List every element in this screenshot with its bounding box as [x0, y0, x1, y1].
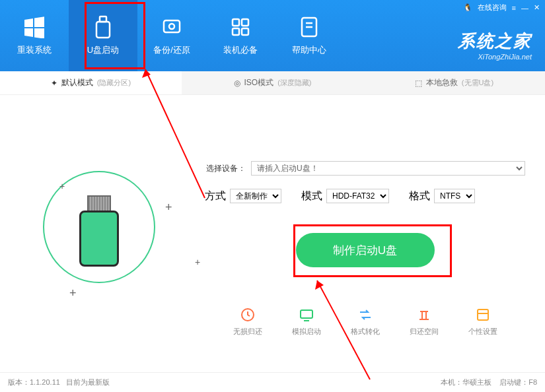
- logo-text: 系统之家: [458, 30, 532, 53]
- svg-rect-5: [242, 19, 248, 26]
- tab-hint: (隐藏分区): [97, 78, 131, 88]
- svg-rect-14: [478, 310, 488, 320]
- tab-hint: (无需U盘): [462, 78, 493, 88]
- device-select[interactable]: 请插入启动U盘！: [251, 161, 525, 176]
- tool-label: 无损归还: [233, 327, 262, 337]
- svg-rect-12: [301, 310, 312, 318]
- convert-icon: [357, 307, 373, 323]
- consult-link[interactable]: 在线咨询: [478, 3, 507, 13]
- method-label: 方式: [205, 189, 226, 203]
- nav-essentials[interactable]: 装机必备: [206, 0, 275, 71]
- windows-icon: [22, 15, 46, 39]
- help-icon: [297, 15, 321, 39]
- svg-rect-2: [164, 20, 180, 32]
- mode-select[interactable]: HDD-FAT32: [326, 189, 389, 203]
- nav-usb-boot[interactable]: U盘启动: [69, 0, 137, 71]
- logo-url: XiTongZhiJia.net: [458, 53, 532, 61]
- tool-reclaim[interactable]: 归还空间: [410, 307, 439, 337]
- nav-reinstall[interactable]: 重装系统: [0, 0, 69, 71]
- usb-small-icon: ✦: [51, 79, 57, 88]
- tool-label: 个性设置: [468, 327, 497, 337]
- tool-label: 格式转化: [351, 327, 380, 337]
- reclaim-icon: [416, 307, 432, 323]
- svg-rect-1: [96, 22, 110, 38]
- device-label: 选择设备：: [205, 163, 251, 174]
- tab-label: ISO模式: [244, 77, 274, 88]
- nav-label: 备份/还原: [153, 44, 190, 56]
- version-info: 版本：1.1.20.11 目前为最新版: [8, 377, 110, 387]
- customize-icon: [475, 307, 491, 323]
- usb-illustration: ++++: [33, 161, 165, 293]
- apps-icon: [229, 15, 252, 39]
- svg-rect-7: [242, 28, 248, 35]
- tool-customize[interactable]: 个性设置: [468, 307, 497, 337]
- usb-icon: [91, 15, 115, 39]
- svg-point-3: [169, 24, 174, 29]
- brand-logo: 系统之家 XiTongZhiJia.net: [458, 30, 532, 61]
- tool-label: 模拟启动: [292, 327, 321, 337]
- tab-label: 本地急救: [426, 77, 458, 88]
- svg-rect-4: [233, 19, 239, 26]
- nav-label: U盘启动: [87, 44, 119, 56]
- minimize-icon[interactable]: —: [521, 4, 528, 12]
- machine-info: 本机：华硕主板 启动键：F8: [441, 377, 537, 387]
- close-icon[interactable]: ✕: [534, 3, 540, 12]
- rescue-icon: ⬚: [415, 79, 422, 88]
- svg-rect-6: [233, 28, 239, 35]
- nav-label: 重装系统: [17, 44, 52, 56]
- method-select[interactable]: 全新制作: [230, 189, 281, 203]
- tool-restore[interactable]: 无损归还: [233, 307, 262, 337]
- restore-icon: [240, 307, 256, 323]
- tool-simulate[interactable]: 模拟启动: [292, 307, 321, 337]
- tool-label: 归还空间: [410, 327, 439, 337]
- nav-label: 装机必备: [223, 44, 258, 56]
- nav-label: 帮助中心: [292, 44, 326, 56]
- nav-help[interactable]: 帮助中心: [275, 0, 344, 71]
- menu-icon[interactable]: ≡: [512, 4, 516, 12]
- format-select[interactable]: NTFS: [434, 189, 475, 203]
- simulate-icon: [299, 307, 314, 323]
- nav-backup[interactable]: 备份/还原: [137, 0, 206, 71]
- create-usb-button[interactable]: 制作启动U盘: [296, 233, 435, 267]
- iso-icon: ◎: [234, 79, 240, 88]
- penguin-icon: 🐧: [463, 3, 472, 12]
- tab-iso-mode[interactable]: ◎ ISO模式 (深度隐藏): [182, 71, 363, 94]
- tab-local-rescue[interactable]: ⬚ 本地急救 (无需U盘): [363, 71, 545, 94]
- backup-icon: [160, 15, 184, 39]
- tab-hint: (深度隐藏): [277, 78, 311, 88]
- tab-default-mode[interactable]: ✦ 默认模式 (隐藏分区): [0, 71, 182, 94]
- format-label: 格式: [409, 189, 430, 203]
- mode-label: 模式: [301, 189, 322, 203]
- tool-convert[interactable]: 格式转化: [351, 307, 380, 337]
- tab-label: 默认模式: [61, 77, 93, 88]
